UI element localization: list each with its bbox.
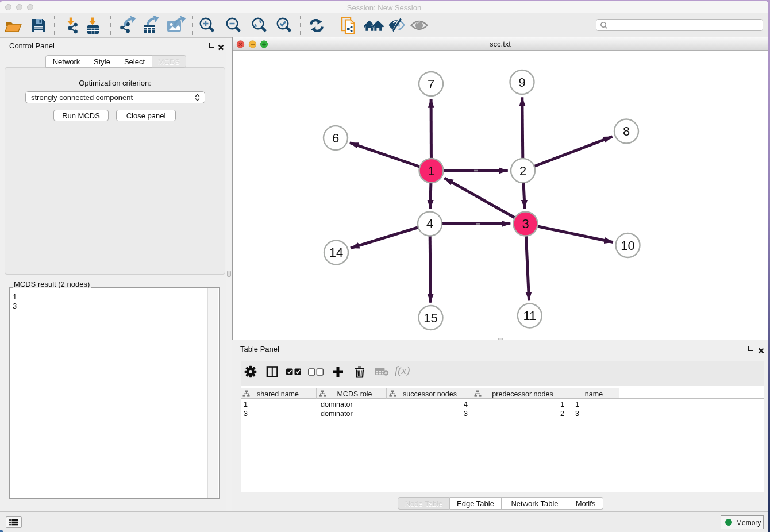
svg-text:14: 14 <box>329 245 343 260</box>
svg-text:7: 7 <box>428 77 434 91</box>
svg-text:10: 10 <box>621 238 634 253</box>
svg-text:3: 3 <box>522 217 529 231</box>
svg-text:11: 11 <box>523 309 536 323</box>
svg-text:1: 1 <box>428 164 434 178</box>
svg-text:9: 9 <box>518 75 525 90</box>
svg-text:8: 8 <box>623 124 630 138</box>
svg-text:2: 2 <box>519 164 526 178</box>
svg-text:15: 15 <box>424 311 437 325</box>
svg-text:6: 6 <box>332 131 339 145</box>
svg-text:4: 4 <box>426 217 433 231</box>
